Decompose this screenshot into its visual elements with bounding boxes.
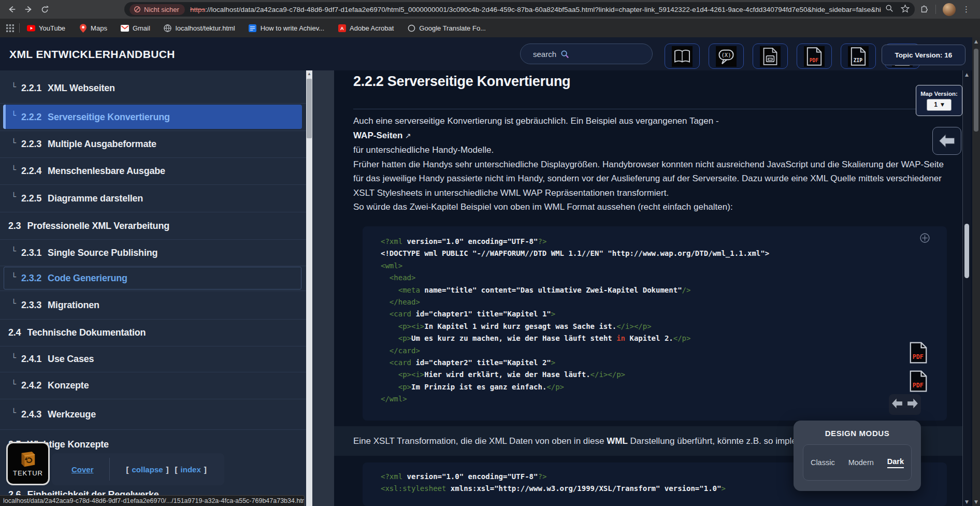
reload-icon[interactable]: [40, 5, 49, 14]
sidebar-item-2-2-3[interactable]: └2.2.3Multiple Ausgabeformate: [0, 131, 306, 158]
app-header: XML ENTWICKLERHANDBUCH search (X)PDFZIPH…: [0, 37, 980, 70]
sidebar-item-2-4-3[interactable]: └2.4.3Werkzeuge: [0, 399, 306, 430]
code-line: <card id="chapter2" title="Kapitel 2">: [363, 357, 947, 369]
sidebar-item-2-3[interactable]: 2.3Professionelle XML Verarbeitung: [0, 212, 306, 240]
bracket: [: [175, 465, 178, 474]
zoom-page-icon[interactable]: [885, 4, 893, 15]
sidebar-item-2-3-3[interactable]: └2.3.3Migrationen: [0, 291, 306, 320]
bookmarks-separator: [19, 23, 20, 33]
back-button[interactable]: [932, 127, 961, 155]
item-number: 2.2.3: [21, 139, 41, 150]
scroll-up-arrow[interactable]: ▲: [963, 72, 971, 77]
bookmarks-bar: YouTubeMapsGmaillocalhost/tektur.htmlHow…: [0, 19, 980, 37]
design-modus-title: DESIGN MODUS: [794, 429, 921, 438]
code-line: </card>: [363, 345, 947, 357]
copy-document-button[interactable]: [753, 44, 788, 69]
item-number: 2.3.1: [21, 248, 41, 258]
security-badge[interactable]: Nicht sicher: [129, 4, 185, 15]
design-mode-classic[interactable]: Classic: [811, 458, 835, 467]
footer-divider: [109, 458, 110, 481]
search-placeholder: search: [533, 50, 556, 59]
code-line: </wml>: [363, 393, 947, 405]
next-chapter-button[interactable]: [906, 397, 919, 412]
item-label: Serverseitige Konvertierung: [48, 112, 170, 123]
index-link[interactable]: index: [181, 465, 201, 474]
map-version-select[interactable]: 1 ▼: [927, 99, 952, 111]
book-button[interactable]: [665, 44, 700, 69]
security-badge-label: Nicht sicher: [144, 6, 179, 13]
gmail-icon: [121, 24, 129, 32]
back-nav-icon[interactable]: [7, 5, 17, 14]
browser-menu-icon[interactable]: ⋮: [962, 5, 971, 14]
search-input[interactable]: search: [520, 44, 653, 64]
code-line: </head>: [363, 296, 947, 308]
logo-label: TEKTUR: [13, 469, 43, 477]
url-bar[interactable]: Nicht sicher https://localhost/data/2a42…: [124, 2, 915, 17]
tektur-logo[interactable]: TEKTUR: [6, 442, 50, 485]
cover-link[interactable]: Cover: [71, 465, 94, 474]
bookmark-item[interactable]: localhost/tektur.html: [164, 24, 235, 32]
intro-paragraph: Auch eine serverseitige Konvertierung is…: [353, 114, 949, 214]
comment-button[interactable]: (X): [709, 44, 744, 69]
sidebar-content-gap: [312, 70, 334, 506]
forward-nav-icon[interactable]: [24, 5, 33, 14]
design-mode-dark[interactable]: Dark: [887, 457, 904, 468]
item-number: 2.3.3: [21, 300, 41, 311]
copy-document-icon: [760, 46, 781, 67]
scroll-down-arrow[interactable]: ▼: [963, 499, 971, 504]
bookmark-item[interactable]: YouTube: [27, 24, 65, 32]
sidebar-item-2-2-1[interactable]: └2.2.1XML Webseiten: [0, 74, 306, 104]
bookmark-item[interactable]: Maps: [79, 24, 107, 32]
item-label: Konzepte: [48, 380, 89, 391]
bookmark-item[interactable]: AAdobe Acrobat: [338, 24, 394, 32]
svg-text:PDF: PDF: [913, 382, 924, 389]
bookmark-item[interactable]: Google Translate Fo...: [407, 24, 486, 32]
bookmark-label: Google Translate Fo...: [419, 24, 486, 32]
item-label: Migrationen: [48, 300, 99, 311]
scroll-up-arrow[interactable]: ▲: [972, 39, 980, 44]
sidebar-item-2-2-4[interactable]: └2.2.4Menschenlesbare Ausgabe: [0, 158, 306, 185]
extensions-icon[interactable]: [919, 4, 929, 15]
code-line: <?xml version="1.0" encoding="UTF-8"?>: [363, 236, 947, 248]
scrollbar-thumb[interactable]: [964, 224, 969, 278]
scrollbar-thumb[interactable]: [974, 49, 978, 132]
sidebar-item-2-4[interactable]: 2.4Technische Dokumentation: [0, 320, 306, 346]
sidebar-item-2-3-1[interactable]: └2.3.1Single Source Publishing: [0, 240, 306, 266]
pdf-export-button[interactable]: PDF: [797, 44, 832, 69]
prev-chapter-button[interactable]: [890, 397, 904, 412]
status-link-tooltip: localhost/data/2a42aca9-c78d-48d6-9df7-d…: [0, 495, 305, 506]
item-label: Professionelle XML Verarbeitung: [27, 221, 169, 232]
pdf-icon[interactable]: PDF: [909, 342, 928, 364]
design-mode-modern[interactable]: Modern: [848, 458, 874, 467]
sidebar-item-2-2-5[interactable]: └2.2.5Diagramme darstellen: [0, 185, 306, 212]
sidebar-scrollbar[interactable]: ▲: [306, 70, 312, 506]
svg-text:PDF: PDF: [810, 57, 819, 63]
zip-export-button[interactable]: ZIP: [841, 44, 876, 69]
collapse-link[interactable]: collapse: [132, 465, 163, 474]
map-version-widget: Map Version: 1 ▼: [916, 85, 962, 116]
sidebar-item-2-4-2[interactable]: └2.4.2Konzepte: [0, 372, 306, 399]
acrobat-icon: A: [338, 24, 346, 32]
tree-branch-icon: └: [11, 247, 16, 256]
item-number: 2.2.2: [21, 112, 41, 123]
scroll-down-arrow[interactable]: ▼: [972, 499, 980, 504]
topic-version-badge: Topic Version: 16: [882, 45, 965, 65]
content-scrollbar[interactable]: ▲ ▼: [962, 70, 971, 506]
pdf-icon[interactable]: PDF: [909, 370, 928, 392]
profile-avatar[interactable]: [943, 3, 956, 16]
apps-grid-icon[interactable]: [0, 24, 19, 32]
chevron-down-icon: ▼: [941, 102, 944, 107]
item-number: 2.2.5: [21, 193, 41, 204]
svg-text:ZIP: ZIP: [854, 57, 863, 63]
browser-scrollbar[interactable]: ▲ ▼: [972, 37, 980, 506]
tree-branch-icon: └: [11, 165, 16, 175]
bookmark-item[interactable]: Gmail: [121, 24, 150, 32]
bookmark-star-icon[interactable]: [901, 4, 910, 15]
sidebar-item-2-3-2[interactable]: └2.3.2Code Generierung: [0, 266, 306, 291]
scrollbar-thumb[interactable]: [307, 79, 312, 138]
scroll-up-arrow[interactable]: ▲: [306, 70, 312, 78]
sidebar-item-2-4-1[interactable]: └2.4.1Use Cases: [0, 346, 306, 372]
bookmark-item[interactable]: How to write Achiev...: [249, 24, 324, 32]
sidebar-item-2-2-2[interactable]: └2.2.2Serverseitige Konvertierung: [0, 104, 306, 131]
expand-icon[interactable]: [919, 233, 930, 245]
